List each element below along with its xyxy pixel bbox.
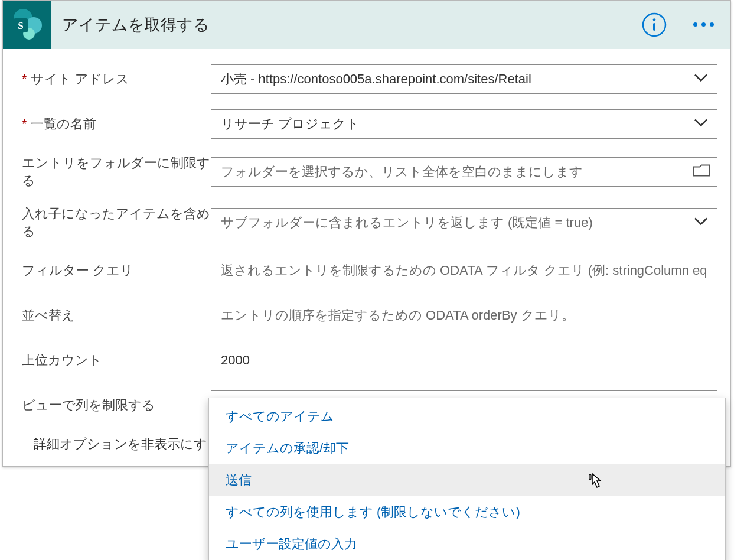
site-address-dropdown[interactable]: 小売 - https://contoso005a.sharepoint.com/…: [211, 64, 717, 94]
svg-point-6: [653, 18, 656, 21]
label-text: フィルター クエリ: [22, 262, 133, 279]
hide-advanced-label: 詳細オプションを非表示にする: [34, 435, 221, 453]
label-text: エントリをフォルダーに制限する: [22, 154, 211, 190]
label-text: サイト アドレス: [31, 70, 129, 88]
row-order-by: 並べ替え: [22, 301, 717, 330]
label-text: 一覧の名前: [31, 115, 96, 133]
row-filter-query: フィルター クエリ: [22, 256, 717, 285]
svg-text:S: S: [18, 20, 23, 31]
info-icon[interactable]: [641, 12, 667, 38]
limit-folder-picker[interactable]: フォルダーを選択するか、リスト全体を空白のままにします: [211, 157, 717, 187]
limit-columns-option[interactable]: 送信: [209, 464, 725, 496]
label-filter-query: フィルター クエリ: [22, 262, 211, 279]
list-name-dropdown[interactable]: リサーチ プロジェクト: [211, 109, 717, 139]
include-nested-dropdown[interactable]: サブフォルダーに含まれるエントリを返します (既定値 = true): [211, 208, 717, 237]
action-title: アイテムを取得する: [51, 14, 641, 35]
label-text: ビューで列を制限する: [22, 396, 155, 414]
top-count-input[interactable]: [211, 346, 717, 375]
row-limit-folder: エントリをフォルダーに制限する フォルダーを選択するか、リスト全体を空白のままに…: [22, 154, 717, 190]
list-name-value: リサーチ プロジェクト: [221, 115, 360, 133]
label-list-name: * 一覧の名前: [22, 115, 211, 133]
include-nested-placeholder: サブフォルダーに含まれるエントリを返します (既定値 = true): [221, 214, 593, 232]
site-address-value: 小売 - https://contoso005a.sharepoint.com/…: [221, 70, 531, 88]
limit-columns-dropdown-list: すべてのアイテムアイテムの承認/却下送信すべての列を使用します (制限しないでく…: [208, 398, 726, 560]
limit-columns-option[interactable]: すべての列を使用します (制限しないでください): [209, 496, 725, 528]
limit-columns-option[interactable]: アイテムの承認/却下: [209, 432, 725, 464]
limit-columns-option[interactable]: すべてのアイテム: [209, 401, 725, 432]
filter-query-text[interactable]: [221, 256, 707, 285]
row-list-name: * 一覧の名前 リサーチ プロジェクト: [22, 109, 717, 139]
label-limit-folder: エントリをフォルダーに制限する: [22, 154, 211, 190]
sharepoint-icon: S: [3, 1, 51, 49]
label-limit-columns: ビューで列を制限する: [22, 396, 211, 414]
label-include-nested: 入れ子になったアイテムを含める: [22, 205, 211, 240]
label-order-by: 並べ替え: [22, 307, 211, 324]
required-mark: *: [22, 71, 27, 87]
label-text: 並べ替え: [22, 307, 75, 324]
row-site-address: * サイト アドレス 小売 - https://contoso005a.shar…: [22, 64, 717, 94]
label-top-count: 上位カウント: [22, 351, 211, 369]
order-by-text[interactable]: [221, 301, 707, 330]
label-site-address: * サイト アドレス: [22, 70, 211, 88]
order-by-input[interactable]: [211, 301, 717, 330]
required-mark: *: [22, 116, 27, 132]
row-include-nested: 入れ子になったアイテムを含める サブフォルダーに含まれるエントリを返します (既…: [22, 205, 717, 240]
limit-folder-placeholder: フォルダーを選択するか、リスト全体を空白のままにします: [221, 163, 583, 181]
filter-query-input[interactable]: [211, 256, 717, 285]
label-text: 入れ子になったアイテムを含める: [22, 205, 211, 240]
row-top-count: 上位カウント: [22, 346, 717, 375]
label-text: 上位カウント: [22, 351, 102, 369]
header-actions: [641, 12, 730, 38]
svg-rect-7: [653, 23, 655, 31]
more-icon[interactable]: [693, 22, 714, 27]
action-card: S アイテムを取得する * サイト アドレス: [2, 0, 731, 467]
top-count-text[interactable]: [221, 346, 707, 375]
limit-columns-option[interactable]: ユーザー設定値の入力: [209, 528, 725, 560]
card-header: S アイテムを取得する: [3, 1, 730, 49]
